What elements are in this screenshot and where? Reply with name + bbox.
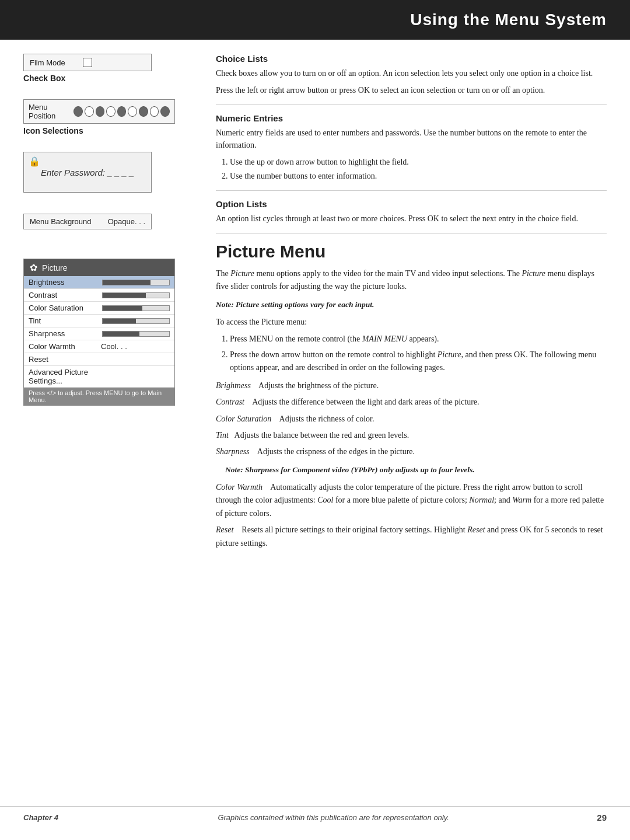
panel-row-value-5: Cool. . .	[101, 342, 127, 351]
option-lists-para1: An option list cycles through at least t…	[216, 212, 607, 225]
divider-1	[216, 104, 607, 105]
panel-row-label-2: Color Saturation	[29, 304, 99, 312]
option-lists-title: Option Lists	[216, 199, 607, 209]
slider-fill-2	[103, 306, 142, 311]
picture-panel-title: Picture	[42, 263, 68, 273]
icon-circle-9[interactable]	[160, 106, 170, 117]
footer-note: Graphics contained within this publicati…	[70, 813, 597, 822]
panel-row-label-0: Brightness	[29, 278, 99, 287]
panel-footer: Press </> to adjust. Press MENU to go to…	[24, 388, 174, 405]
checkbox-demo-box: Film Mode	[23, 54, 152, 71]
slider-bar-0[interactable]	[102, 280, 170, 285]
icon-circle-4[interactable]	[106, 106, 116, 117]
option-lists-section: Option Lists An option list cycles throu…	[216, 199, 607, 225]
panel-row-5[interactable]: Color WarmthCool. . .	[24, 340, 174, 353]
password-text: Enter Password: _ _ _ _	[41, 168, 134, 177]
option-list-value: Opaque. . .	[108, 217, 145, 226]
access-title: To access the Picture menu:	[216, 316, 607, 329]
icon-circle-5[interactable]	[117, 106, 127, 117]
page-title: Using the Menu System	[23, 11, 607, 29]
note-box-2: Note: Sharpness for Component video (YPb…	[225, 463, 607, 476]
icon-select-section-title: Icon Selections	[23, 126, 198, 135]
choice-lists-para2: Press the left or right arrow button or …	[216, 84, 607, 96]
note-label-1: Note: Picture setting options vary for e…	[216, 300, 374, 309]
panel-row-3[interactable]: Tint	[24, 315, 174, 327]
sharpness-desc: Sharpness Adjusts the crispness of the e…	[216, 445, 607, 458]
note-box-1: Note: Picture setting options vary for e…	[216, 298, 607, 311]
picture-menu-title: Picture Menu	[216, 242, 607, 262]
numeric-step-1: Use the up or down arrow button to highl…	[230, 156, 607, 168]
icon-select-box: Menu Position	[23, 99, 175, 124]
numeric-entries-para1: Numeric entry fields are used to enter n…	[216, 127, 607, 151]
slider-fill-3	[103, 319, 136, 323]
left-column: Film Mode Check Box Menu Position Icon S…	[23, 54, 198, 550]
icon-select-label: Menu Position	[29, 103, 69, 120]
icon-circle-8[interactable]	[150, 106, 159, 117]
content-area: Film Mode Check Box Menu Position Icon S…	[0, 40, 630, 550]
checkbox-section-title: Check Box	[23, 74, 198, 83]
lock-icon: 🔒	[29, 156, 40, 167]
slider-bar-2[interactable]	[102, 305, 170, 311]
panel-row-label-7: Advanced Picture Settings...	[29, 368, 99, 385]
access-step-1: Press MENU on the remote control (the MA…	[230, 333, 607, 346]
icon-circle-7[interactable]	[139, 106, 148, 117]
tint-desc: Tint Adjusts the balance between the red…	[216, 429, 607, 442]
numeric-entries-section: Numeric Entries Numeric entry fields are…	[216, 113, 607, 182]
picture-panel-header: ✿ Picture	[24, 259, 174, 276]
icon-circle-3[interactable]	[96, 106, 105, 117]
reset-desc: Reset Resets all picture settings to the…	[216, 524, 607, 550]
panel-row-0[interactable]: Brightness	[24, 276, 174, 289]
picture-panel: ✿ Picture BrightnessContrastColor Satura…	[23, 259, 175, 406]
option-list-label: Menu Background	[30, 217, 92, 226]
picture-icon: ✿	[30, 262, 37, 273]
access-step-2: Press the down arrow button on the remot…	[230, 348, 607, 375]
choice-lists-section: Choice Lists Check boxes allow you to tu…	[216, 54, 607, 96]
right-column: Choice Lists Check boxes allow you to tu…	[216, 54, 607, 550]
note-label-2: Note: Sharpness for Component video (YPb…	[225, 465, 475, 474]
panel-row-4[interactable]: Sharpness	[24, 327, 174, 340]
icon-circle-1[interactable]	[74, 106, 83, 117]
page-footer: Chapter 4 Graphics contained within this…	[0, 806, 630, 828]
panel-row-label-3: Tint	[29, 316, 99, 325]
password-box: 🔒 Enter Password: _ _ _ _	[23, 152, 152, 193]
panel-row-1[interactable]: Contrast	[24, 289, 174, 302]
numeric-entries-steps: Use the up or down arrow button to highl…	[216, 156, 607, 182]
checkbox-demo-label: Film Mode	[30, 58, 65, 67]
choice-lists-para1: Check boxes allow you to turn on or off …	[216, 67, 607, 79]
checkbox-square[interactable]	[83, 58, 92, 67]
slider-fill-0	[103, 280, 150, 285]
divider-3	[216, 233, 607, 233]
footer-page: 29	[597, 813, 607, 822]
option-list-box: Menu Background Opaque. . .	[23, 214, 152, 229]
panel-row-2[interactable]: Color Saturation	[24, 302, 174, 315]
panel-row-label-1: Contrast	[29, 291, 99, 299]
icon-circle-6[interactable]	[128, 106, 137, 117]
color-warmth-desc: Color Warmth Automatically adjusts the c…	[216, 481, 607, 520]
divider-2	[216, 190, 607, 191]
color-sat-desc: Color Saturation Adjusts the richness of…	[216, 413, 607, 426]
slider-bar-4[interactable]	[102, 331, 170, 337]
icon-circle-2[interactable]	[85, 106, 94, 117]
slider-fill-1	[103, 293, 146, 298]
brightness-desc: Brightness Adjusts the brightness of the…	[216, 379, 607, 392]
numeric-step-2: Use the number buttons to enter informat…	[230, 170, 607, 182]
access-steps: Press MENU on the remote control (the MA…	[230, 333, 607, 375]
picture-menu-intro: The Picture menu options apply to the vi…	[216, 267, 607, 294]
footer-chapter: Chapter 4	[23, 813, 58, 822]
picture-menu-body: The Picture menu options apply to the vi…	[216, 267, 607, 550]
slider-bar-1[interactable]	[102, 292, 170, 298]
panel-row-label-4: Sharpness	[29, 329, 99, 338]
picture-menu-section: Picture Menu The Picture menu options ap…	[216, 242, 607, 550]
panel-row-label-5: Color Warmth	[29, 342, 99, 351]
slider-bar-3[interactable]	[102, 318, 170, 324]
panel-row-6[interactable]: Reset	[24, 353, 174, 366]
page-header: Using the Menu System	[0, 0, 630, 40]
panel-row-7[interactable]: Advanced Picture Settings...	[24, 366, 174, 388]
numeric-entries-title: Numeric Entries	[216, 113, 607, 123]
panel-row-label-6: Reset	[29, 355, 99, 364]
panel-rows: BrightnessContrastColor SaturationTintSh…	[24, 276, 174, 388]
contrast-desc: Contrast Adjusts the difference between …	[216, 396, 607, 409]
slider-fill-4	[103, 332, 139, 336]
choice-lists-title: Choice Lists	[216, 54, 607, 64]
